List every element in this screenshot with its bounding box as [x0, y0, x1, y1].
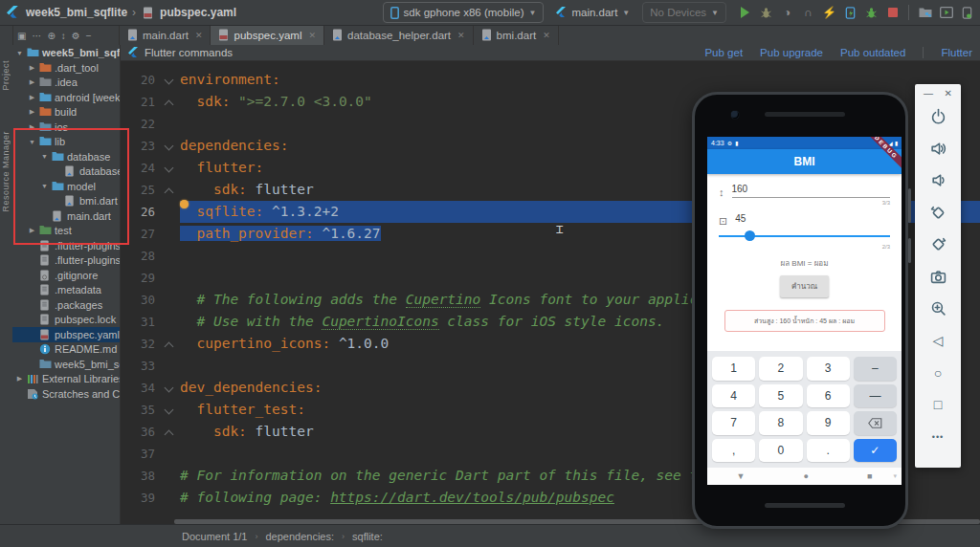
run-button[interactable]	[738, 6, 752, 20]
fold-close-icon[interactable]	[165, 100, 174, 110]
fold-open-icon[interactable]	[165, 142, 174, 151]
key-,[interactable]: ,	[712, 439, 755, 463]
tree-item-pubspec-yaml[interactable]: pubspec.yaml	[12, 327, 120, 342]
back-button[interactable]: ◁	[915, 325, 961, 358]
tree-item-week5_bmi_sqflite[interactable]: week5_bmi_sqflite	[12, 357, 120, 372]
fold-close-icon[interactable]	[165, 430, 174, 440]
target-device-dropdown[interactable]: No Devices ▼	[642, 2, 726, 23]
expand-arrow-icon[interactable]: ▶	[15, 375, 24, 383]
rotate-right-button[interactable]	[915, 229, 961, 261]
pub-action-flutter[interactable]: Flutter	[941, 47, 972, 58]
status-item[interactable]: dependencies:	[265, 531, 334, 542]
volume-down-button[interactable]	[915, 164, 961, 197]
locate-file-button[interactable]: ⊕	[47, 31, 55, 41]
breadcrumb-project[interactable]: week5_bmi_sqflite	[26, 6, 127, 19]
tree-item--metadata[interactable]: .metadata	[12, 283, 120, 298]
overview-button[interactable]: □	[915, 389, 961, 422]
run-toolwindow-button[interactable]	[939, 6, 953, 20]
weight-slider[interactable]	[719, 230, 890, 242]
tree-item-External-Libraries[interactable]: ▶External Libraries	[12, 372, 120, 387]
tree-item-README-md[interactable]: README.md	[12, 342, 120, 358]
expand-arrow-icon[interactable]: ▼	[15, 50, 24, 56]
close-tab-icon[interactable]: ✕	[457, 31, 465, 40]
close-tab-icon[interactable]: ✕	[543, 31, 550, 40]
key-minus[interactable]: –	[854, 357, 897, 381]
key-6[interactable]: 6	[807, 384, 850, 408]
tree-item-android-week5_b[interactable]: ▶android [week5_b	[12, 90, 120, 105]
expand-arrow-icon[interactable]: ▶	[28, 64, 36, 72]
profiler-button[interactable]: ∩	[801, 6, 815, 20]
slider-thumb[interactable]	[745, 230, 755, 241]
hide-keyboard-icon[interactable]: ▼	[737, 471, 746, 481]
key-5[interactable]: 5	[759, 384, 802, 408]
view-options-button[interactable]: ⋯	[32, 31, 41, 41]
tree-item--flutter-plugins-de[interactable]: .flutter-plugins-de	[12, 253, 120, 269]
breadcrumb-file[interactable]: pubspec.yaml	[160, 6, 236, 19]
fold-gutter[interactable]	[159, 157, 180, 179]
status-item[interactable]: sqflite:	[352, 531, 383, 542]
intention-bulb-icon[interactable]	[180, 200, 189, 208]
fold-gutter[interactable]	[159, 421, 180, 443]
fold-open-icon[interactable]	[165, 164, 174, 173]
tree-item--gitignore[interactable]: .gitignore	[12, 268, 120, 283]
home-button[interactable]: ○	[915, 357, 961, 389]
close-button[interactable]: ✕	[945, 88, 952, 98]
volume-up-button[interactable]	[915, 133, 961, 165]
pub-action-pub-outdated[interactable]: Pub outdated	[840, 47, 905, 58]
pub-action-pub-upgrade[interactable]: Pub upgrade	[760, 47, 823, 58]
collapse-all-button[interactable]: ↕	[61, 31, 66, 41]
camera-button[interactable]	[915, 261, 961, 294]
minimize-button[interactable]: —	[924, 88, 933, 98]
key-9[interactable]: 9	[807, 411, 850, 435]
expand-arrow-icon[interactable]: ▶	[28, 108, 36, 116]
tab-bmi-dart[interactable]: bmi.dart✕	[474, 26, 559, 45]
home-nav-icon[interactable]: ●	[804, 471, 809, 481]
overview-nav-icon[interactable]: ■	[867, 471, 872, 481]
keyboard-switch-icon[interactable]: ▾	[893, 472, 897, 480]
rotate-left-button[interactable]	[915, 197, 961, 230]
fold-close-icon[interactable]	[165, 342, 174, 352]
weight-input[interactable]: 45	[735, 213, 890, 227]
key-enter[interactable]: ✓	[854, 439, 897, 463]
key-space[interactable]: —	[854, 384, 897, 408]
hot-reload-button[interactable]: ⚡	[822, 6, 836, 20]
settings-button[interactable]: ⚙	[72, 31, 80, 41]
fold-open-icon[interactable]	[165, 383, 174, 393]
tab-pubspec-yaml[interactable]: pubspec.yaml✕	[211, 26, 324, 45]
view-as-button[interactable]: ▣	[17, 31, 26, 41]
project-toolwindow-tab[interactable]: Project	[1, 60, 11, 91]
tree-item-pubspec-lock[interactable]: pubspec.lock	[12, 313, 120, 328]
hide-panel-button[interactable]: −	[86, 31, 92, 41]
fold-close-icon[interactable]	[165, 188, 174, 198]
fold-open-icon[interactable]	[165, 76, 174, 85]
run-coverage-button[interactable]: ◑	[780, 6, 794, 20]
project-structure-button[interactable]	[918, 6, 932, 20]
fold-open-icon[interactable]	[165, 405, 174, 415]
tree-item-build[interactable]: ▶build	[12, 105, 120, 120]
key-2[interactable]: 2	[759, 357, 802, 381]
resource-manager-toolwindow-tab[interactable]: Resource Manager	[1, 131, 11, 212]
key-.[interactable]: .	[807, 439, 850, 463]
calculate-button[interactable]: คำนวณ	[780, 275, 829, 297]
tab-database_helper-dart[interactable]: database_helper.dart✕	[324, 26, 474, 45]
fold-gutter[interactable]	[159, 135, 180, 157]
height-input[interactable]: 160	[732, 184, 891, 198]
more-button[interactable]: •••	[915, 421, 961, 453]
fold-gutter[interactable]	[159, 399, 180, 421]
key-8[interactable]: 8	[759, 411, 802, 435]
key-7[interactable]: 7	[712, 411, 755, 435]
expand-arrow-icon[interactable]: ▶	[28, 78, 36, 86]
tree-item--idea[interactable]: ▶.idea	[12, 76, 120, 91]
key-4[interactable]: 4	[712, 384, 755, 408]
key-backspace[interactable]	[854, 411, 897, 435]
flutter-attach-button[interactable]	[843, 6, 858, 20]
zoom-button[interactable]	[915, 293, 961, 325]
device-manager-button[interactable]	[960, 6, 974, 20]
fold-gutter[interactable]	[159, 179, 180, 201]
run-config-dropdown[interactable]: main.dart ▼	[549, 3, 636, 22]
tab-main-dart[interactable]: main.dart✕	[120, 26, 211, 45]
close-tab-icon[interactable]: ✕	[195, 31, 203, 40]
close-tab-icon[interactable]: ✕	[308, 31, 316, 40]
tree-item--packages[interactable]: .packages	[12, 297, 120, 313]
expand-arrow-icon[interactable]: ▶	[28, 94, 36, 101]
